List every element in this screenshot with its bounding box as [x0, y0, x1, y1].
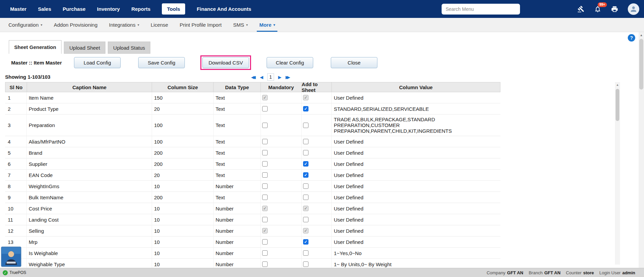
mandatory-checkbox[interactable] — [262, 261, 268, 267]
table-row: 4Alias/MfrPartNO100TextUser Defined — [5, 136, 500, 147]
mandatory-checkbox[interactable] — [262, 217, 268, 222]
mandatory-checkbox[interactable] — [262, 250, 268, 256]
add-to-sheet-checkbox[interactable] — [303, 150, 308, 155]
cell-sl-no: 13 — [5, 236, 27, 247]
mandatory-checkbox[interactable] — [262, 150, 268, 155]
cell-column-size: 200 — [152, 147, 214, 158]
add-to-sheet-checkbox[interactable] — [303, 217, 308, 222]
help-icon[interactable]: ? — [628, 34, 635, 42]
status-value: GFT AN — [544, 270, 561, 275]
subnav-item-print-profile-import[interactable]: Print Profile Import — [174, 18, 227, 32]
pagination-prev-button[interactable]: ◀ — [260, 75, 263, 80]
scroll-up-icon[interactable]: ▲ — [615, 82, 620, 86]
mandatory-checkbox[interactable] — [262, 183, 268, 189]
nav-item-sales[interactable]: Sales — [38, 6, 51, 12]
add-to-sheet-checkbox[interactable] — [303, 195, 308, 200]
column-value-text: User Defined — [334, 237, 364, 247]
page-scroll-up-icon[interactable]: ▲ — [639, 32, 644, 37]
nav-item-tools[interactable]: Tools — [162, 3, 185, 15]
load-config-button[interactable]: Load Config — [74, 57, 121, 68]
cell-column-size: 10 — [152, 248, 214, 258]
subnav-item-integrations[interactable]: Integrations▾ — [103, 18, 145, 32]
pagination-next-button[interactable]: ▶ — [278, 75, 281, 80]
subnav-item-sms[interactable]: SMS▾ — [227, 18, 254, 32]
add-to-sheet-checkbox[interactable] — [303, 261, 308, 267]
close-button[interactable]: Close — [331, 57, 377, 68]
cell-column-value: User Defined — [332, 181, 500, 192]
pagination-last-button[interactable]: ▶▶ — [286, 75, 290, 80]
status-counter: Counterstore — [566, 270, 594, 275]
add-to-sheet-checkbox[interactable]: ✓ — [303, 172, 308, 178]
mandatory-checkbox[interactable] — [262, 161, 268, 167]
cell-column-size: 150 — [152, 92, 214, 103]
download-csv-button[interactable]: Download CSV — [202, 57, 249, 68]
cell-data-type: Number — [214, 203, 261, 214]
search-input[interactable] — [442, 4, 520, 15]
table-scrollbar[interactable]: ▲ — [615, 82, 620, 265]
mandatory-checkbox[interactable] — [262, 106, 268, 111]
cell-data-type: Text — [214, 103, 261, 114]
cell-mandatory: ✓ — [261, 203, 302, 214]
add-to-sheet-checkbox[interactable]: ✓ — [303, 239, 308, 245]
cell-data-type: Text — [214, 115, 261, 136]
cell-column-size: 10 — [152, 214, 214, 225]
add-to-sheet-checkbox[interactable] — [303, 250, 308, 256]
save-config-button[interactable]: Save Config — [138, 57, 185, 68]
table-row: 5Brand200TextUser Defined — [5, 147, 500, 158]
nav-item-finance-and-accounts[interactable]: Finance And Accounts — [197, 6, 251, 12]
subnav-item-configuration[interactable]: Configuration▾ — [3, 18, 48, 32]
mandatory-checkbox[interactable] — [262, 123, 268, 128]
cell-column-value: TRADE AS,BULK,REPACKAGE,STANDARD PREPARA… — [332, 115, 500, 136]
mandatory-checkbox[interactable] — [262, 195, 268, 200]
add-to-sheet-checkbox[interactable]: ✓ — [303, 161, 308, 167]
page-scrollbar[interactable]: ▲ — [639, 32, 644, 268]
cell-caption-name: Product Type — [27, 103, 152, 114]
cell-data-type: Number — [214, 236, 261, 247]
clear-config-button[interactable]: Clear Config — [267, 57, 313, 68]
printer-icon[interactable] — [611, 5, 618, 13]
user-avatar[interactable] — [628, 3, 639, 15]
add-to-sheet-checkbox[interactable] — [303, 123, 308, 128]
add-to-sheet-checkbox[interactable]: ✓ — [303, 106, 308, 111]
table-row: 8WeightInGms10NumberUser Defined — [5, 181, 500, 192]
nav-item-reports[interactable]: Reports — [131, 6, 151, 12]
column-value-text: User Defined — [334, 159, 364, 169]
status-label: Company — [487, 270, 505, 275]
column-value-text: 1~Yes,0~No — [334, 248, 362, 258]
mandatory-checkbox[interactable] — [262, 139, 268, 144]
cell-add-to-sheet: ✓ — [302, 236, 332, 247]
mandatory-checkbox[interactable] — [262, 172, 268, 178]
tab-sheet-generation[interactable]: Sheet Generation — [9, 40, 61, 54]
nav-item-inventory[interactable]: Inventory — [97, 6, 120, 12]
tab-upload-status[interactable]: Upload Status — [108, 42, 150, 54]
cell-sl-no: 2 — [5, 103, 27, 114]
bell-icon[interactable]: 99+ — [594, 5, 601, 13]
tab-upload-sheet[interactable]: Upload Sheet — [64, 42, 105, 54]
subnav-item-addon-provisioning[interactable]: Addon Provisioning — [48, 18, 103, 32]
pagination-first-button[interactable]: ◀◀ — [251, 75, 256, 80]
page-scrollbar-thumb[interactable] — [639, 39, 643, 90]
cell-mandatory — [261, 103, 302, 114]
cell-add-to-sheet — [302, 136, 332, 147]
table-row: 13Mrp10Number✓User Defined — [5, 236, 500, 248]
config-toolbar: Master :: Item Master Load ConfigSave Co… — [11, 56, 377, 69]
cell-add-to-sheet: ✓ — [302, 103, 332, 114]
subnav-item-label: More — [259, 22, 271, 28]
cell-column-value: 1~Yes,0~No — [332, 248, 500, 258]
column-value-text: User Defined — [334, 93, 364, 103]
cell-column-value: User Defined — [332, 170, 500, 180]
top-nav-items: MasterSalesPurchaseInventoryReportsTools… — [10, 3, 251, 15]
subnav-item-license[interactable]: License — [145, 18, 174, 32]
pagination-current-page[interactable]: 1 — [267, 73, 274, 81]
gavel-icon[interactable] — [577, 5, 585, 12]
subnav-item-more[interactable]: More▾ — [253, 18, 281, 32]
table-scrollbar-thumb[interactable] — [616, 89, 619, 121]
mandatory-checkbox[interactable] — [262, 239, 268, 245]
add-to-sheet-checkbox[interactable] — [303, 139, 308, 144]
nav-item-master[interactable]: Master — [10, 6, 26, 12]
cell-column-size: 20 — [152, 103, 214, 114]
support-chat-widget[interactable] — [1, 247, 21, 267]
add-to-sheet-checkbox[interactable] — [303, 183, 308, 189]
nav-item-purchase[interactable]: Purchase — [63, 6, 86, 12]
cell-data-type: Text — [214, 192, 261, 203]
